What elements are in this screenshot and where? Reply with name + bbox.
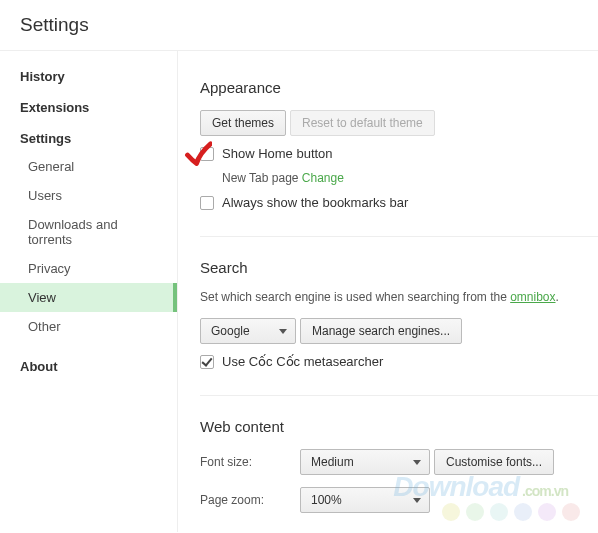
chevron-down-icon xyxy=(279,329,287,334)
sidebar-item-users[interactable]: Users xyxy=(0,181,177,210)
search-desc-pre: Set which search engine is used when sea… xyxy=(200,290,510,304)
sidebar-history[interactable]: History xyxy=(0,63,177,90)
font-size-select[interactable]: Medium xyxy=(300,449,430,475)
web-content-section: Web content Font size: Medium Customise … xyxy=(200,395,598,513)
metasearcher-label: Use Cốc Cốc metasearcher xyxy=(222,354,383,369)
page-zoom-select[interactable]: 100% xyxy=(300,487,430,513)
reset-theme-button: Reset to default theme xyxy=(290,110,435,136)
omnibox-link[interactable]: omnibox xyxy=(510,290,555,304)
manage-search-engines-button[interactable]: Manage search engines... xyxy=(300,318,462,344)
search-description: Set which search engine is used when sea… xyxy=(200,290,582,304)
bookmarks-bar-label: Always show the bookmarks bar xyxy=(222,195,408,210)
search-desc-post: . xyxy=(556,290,559,304)
customise-fonts-button[interactable]: Customise fonts... xyxy=(434,449,554,475)
page-title: Settings xyxy=(20,14,578,36)
sidebar-settings[interactable]: Settings xyxy=(0,125,177,152)
sidebar-item-privacy[interactable]: Privacy xyxy=(0,254,177,283)
appearance-title: Appearance xyxy=(200,79,598,96)
settings-header: Settings xyxy=(0,0,598,51)
page-zoom-value: 100% xyxy=(311,493,342,507)
appearance-section: Appearance Get themes Reset to default t… xyxy=(200,79,598,210)
search-engine-value: Google xyxy=(211,324,250,338)
new-tab-page-label: New Tab page xyxy=(222,171,299,185)
font-size-label: Font size: xyxy=(200,455,300,469)
sidebar-item-other[interactable]: Other xyxy=(0,312,177,341)
sidebar-item-general[interactable]: General xyxy=(0,152,177,181)
metasearcher-checkbox[interactable] xyxy=(200,355,214,369)
sidebar-about[interactable]: About xyxy=(0,353,177,380)
sidebar-item-view[interactable]: View xyxy=(0,283,177,312)
red-checkmark-icon xyxy=(184,141,212,169)
web-content-title: Web content xyxy=(200,418,582,435)
chevron-down-icon xyxy=(413,498,421,503)
bookmarks-bar-checkbox[interactable] xyxy=(200,196,214,210)
font-size-value: Medium xyxy=(311,455,354,469)
search-engine-select[interactable]: Google xyxy=(200,318,296,344)
content-area: Appearance Get themes Reset to default t… xyxy=(178,51,598,532)
search-title: Search xyxy=(200,259,582,276)
search-section: Search Set which search engine is used w… xyxy=(200,236,598,369)
sidebar: History Extensions Settings General User… xyxy=(0,51,178,532)
change-link[interactable]: Change xyxy=(302,171,344,185)
chevron-down-icon xyxy=(413,460,421,465)
page-zoom-label: Page zoom: xyxy=(200,493,300,507)
sidebar-item-downloads[interactable]: Downloads and torrents xyxy=(0,210,177,254)
get-themes-button[interactable]: Get themes xyxy=(200,110,286,136)
sidebar-extensions[interactable]: Extensions xyxy=(0,94,177,121)
show-home-label: Show Home button xyxy=(222,146,333,161)
